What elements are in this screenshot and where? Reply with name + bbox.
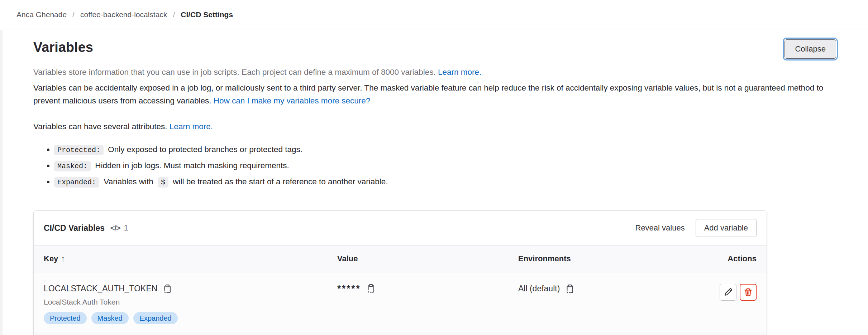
masked-badge: Masked	[91, 312, 129, 324]
breadcrumb: Anca Ghenade / coffee-backend-localstack…	[0, 0, 868, 29]
expanded-badge: Expanded	[133, 312, 178, 324]
attribute-item-expanded: Expanded: Variables with $ will be treat…	[54, 175, 836, 189]
edit-variable-button[interactable]	[720, 284, 736, 301]
variables-table-header: Key↑ Value Environments Actions	[34, 245, 767, 272]
expanded-term-text-after: will be treated as the start of a refere…	[173, 177, 388, 186]
attribute-item-masked: Masked: Hidden in job logs. Must match m…	[54, 159, 836, 173]
column-header-environments: Environments	[518, 254, 699, 263]
pencil-icon	[724, 288, 733, 297]
dollar-sign-chip: $	[158, 177, 168, 188]
copy-value-button[interactable]	[366, 284, 375, 293]
variable-description: LocalStack Auth Token	[44, 298, 337, 306]
attributes-learn-more-link[interactable]: Learn more.	[170, 122, 213, 131]
learn-more-link[interactable]: Learn more.	[438, 68, 481, 77]
attributes-paragraph-text: Variables can have several attributes.	[33, 122, 167, 131]
card-title: CI/CD Variables	[44, 223, 105, 233]
breadcrumb-item-project[interactable]: coffee-backend-localstack	[80, 10, 167, 19]
column-header-actions: Actions	[699, 254, 757, 263]
variable-badges: Protected Masked Expanded	[44, 312, 337, 324]
intro-paragraph-2: Variables can be accidentally exposed in…	[33, 82, 836, 107]
variables-count: 1	[124, 223, 128, 233]
variable-table-row: LOCALSTACK_AUTH_TOKEN LocalStack Auth To…	[34, 272, 767, 332]
column-header-key-label: Key	[44, 254, 58, 263]
intro-paragraph-2-text: Variables can be accidentally exposed in…	[33, 83, 823, 105]
trash-icon	[744, 288, 753, 297]
attributes-paragraph: Variables can have several attributes. L…	[33, 120, 836, 133]
breadcrumb-item-namespace[interactable]: Anca Ghenade	[16, 10, 67, 19]
cicd-variables-card-header: CI/CD Variables </> 1 Reveal values Add …	[34, 211, 767, 245]
clipboard-copy-icon	[162, 284, 172, 293]
delete-variable-button[interactable]	[740, 284, 757, 301]
expanded-term-text-before: Variables with	[104, 177, 153, 186]
masked-term-text: Hidden in job logs. Must match masking r…	[95, 161, 289, 170]
protected-term-text: Only exposed to protected branches or pr…	[108, 145, 302, 154]
reveal-values-button[interactable]: Reveal values	[635, 223, 685, 233]
cicd-variables-card: CI/CD Variables </> 1 Reveal values Add …	[33, 210, 767, 335]
page-left-edge	[0, 30, 3, 335]
attribute-item-protected: Protected: Only exposed to protected bra…	[54, 143, 836, 157]
intro-paragraph-1: Variables store information that you can…	[33, 66, 836, 79]
key-cell: LOCALSTACK_AUTH_TOKEN LocalStack Auth To…	[44, 284, 337, 324]
intro-paragraph-1-text: Variables store information that you can…	[33, 68, 436, 77]
masked-variable-value: *****	[337, 285, 361, 293]
value-cell: *****	[337, 284, 518, 324]
variables-secure-link[interactable]: How can I make my variables more secure?	[214, 96, 371, 105]
column-header-key[interactable]: Key↑	[44, 254, 337, 263]
expanded-term-chip: Expanded:	[54, 177, 99, 188]
collapse-button[interactable]: Collapse	[784, 39, 836, 59]
variable-key: LOCALSTACK_AUTH_TOKEN	[44, 284, 157, 293]
code-icon: </>	[110, 224, 120, 232]
attributes-list: Protected: Only exposed to protected bra…	[33, 143, 836, 189]
copy-environment-button[interactable]	[565, 284, 574, 293]
add-variable-button[interactable]: Add variable	[696, 219, 757, 237]
breadcrumb-separator: /	[173, 10, 175, 19]
copy-key-button[interactable]	[162, 284, 172, 293]
actions-cell	[699, 284, 757, 324]
protected-term-chip: Protected:	[54, 145, 104, 155]
environment-scope: All (default)	[518, 284, 560, 293]
column-header-value: Value	[337, 254, 518, 263]
clipboard-copy-icon	[565, 284, 574, 293]
settings-variables-section: Variables Collapse Variables store infor…	[0, 39, 868, 335]
card-footer	[34, 332, 767, 335]
breadcrumb-item-current: CI/CD Settings	[181, 10, 233, 19]
page-title: Variables	[33, 39, 93, 56]
masked-term-chip: Masked:	[54, 161, 91, 171]
sort-ascending-icon[interactable]: ↑	[61, 254, 65, 263]
clipboard-copy-icon	[366, 284, 375, 293]
breadcrumb-separator: /	[72, 10, 75, 19]
protected-badge: Protected	[44, 312, 87, 324]
environments-cell: All (default)	[518, 284, 699, 324]
